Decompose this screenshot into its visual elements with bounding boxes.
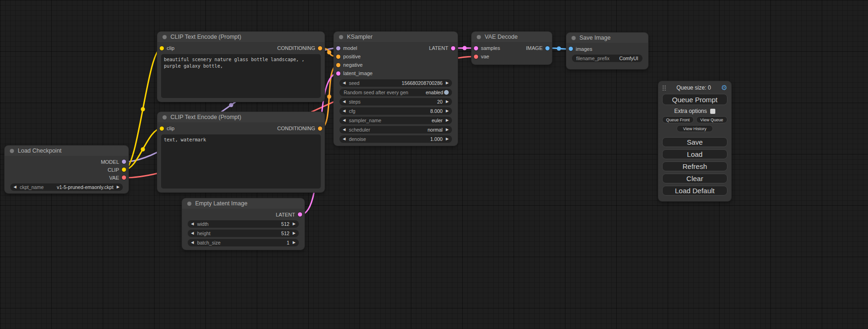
widget-height[interactable]: ◀ height 512 ▶ [188, 230, 299, 237]
collapse-dot[interactable] [187, 202, 191, 206]
widget-filename-prefix[interactable]: filename_prefix ComfyUI [572, 55, 642, 62]
load-button[interactable]: Load [662, 149, 727, 159]
widget-value: v1-5-pruned-emaonly.ckpt [57, 184, 113, 190]
widget-name: denoise [349, 136, 366, 142]
toggle-indicator-icon[interactable] [444, 90, 449, 95]
input-port-images[interactable] [569, 47, 573, 51]
output-port-conditioning[interactable] [318, 126, 322, 131]
extra-options-label: Extra options [674, 108, 707, 114]
widget-name: Random seed after every gen [344, 90, 408, 95]
output-row: MODEL [5, 158, 128, 166]
increment-arrow-icon[interactable]: ▶ [117, 185, 120, 189]
save-button[interactable]: Save [662, 137, 727, 147]
decrement-arrow-icon[interactable]: ◀ [343, 128, 346, 132]
output-port-latent[interactable] [298, 212, 302, 217]
increment-arrow-icon[interactable]: ▶ [446, 128, 449, 132]
node-clip-text-encode-negative[interactable]: CLIP Text Encode (Prompt) clip CONDITION… [157, 112, 325, 192]
port-label: samples [481, 45, 500, 51]
increment-arrow-icon[interactable]: ▶ [293, 241, 296, 245]
collapse-dot[interactable] [339, 35, 343, 39]
clear-button[interactable]: Clear [662, 174, 727, 183]
output-port-clip[interactable] [122, 168, 126, 172]
widget-random-seed-toggle[interactable]: Random seed after every gen enabled [339, 89, 452, 96]
collapse-dot[interactable] [162, 115, 167, 119]
widget-steps[interactable]: ◀ steps 20 ▶ [339, 98, 452, 105]
settings-gear-icon[interactable]: ⚙ [721, 84, 727, 91]
increment-arrow-icon[interactable]: ▶ [446, 109, 449, 113]
decrement-arrow-icon[interactable]: ◀ [191, 222, 194, 226]
collapse-dot[interactable] [572, 36, 576, 40]
queue-prompt-button[interactable]: Queue Prompt [662, 94, 727, 105]
output-port-image[interactable] [545, 46, 550, 50]
widget-cfg[interactable]: ◀ cfg 8.000 ▶ [339, 107, 452, 115]
widget-sampler-name[interactable]: ◀ sampler_name euler ▶ [339, 117, 452, 124]
node-title-bar[interactable]: Save Image [566, 33, 648, 43]
node-title-bar[interactable]: CLIP Text Encode (Prompt) [157, 32, 325, 42]
view-queue-button[interactable]: View Queue [696, 116, 728, 123]
port-label: IMAGE [526, 45, 543, 51]
node-save-image[interactable]: Save Image images filename_prefix ComfyU… [566, 33, 648, 69]
output-port-model[interactable] [122, 160, 126, 164]
port-label: negative [343, 62, 363, 68]
increment-arrow-icon[interactable]: ▶ [446, 137, 449, 141]
widget-ckpt-name[interactable]: ◀ ckpt_name v1-5-pruned-emaonly.ckpt ▶ [10, 183, 123, 191]
node-title-bar[interactable]: Load Checkpoint [5, 146, 128, 156]
port-label: latent_image [343, 70, 373, 76]
positive-prompt-textarea[interactable]: beautiful scenery nature glass bottle la… [161, 54, 321, 98]
node-empty-latent-image[interactable]: Empty Latent Image LATENT ◀ width 512 ▶ … [182, 198, 304, 250]
node-clip-text-encode-positive[interactable]: CLIP Text Encode (Prompt) clip CONDITION… [157, 32, 325, 102]
decrement-arrow-icon[interactable]: ◀ [343, 137, 346, 141]
input-port-clip[interactable] [160, 46, 164, 50]
output-port-conditioning[interactable] [318, 46, 322, 50]
increment-arrow-icon[interactable]: ▶ [446, 81, 449, 85]
load-default-button[interactable]: Load Default [662, 186, 727, 196]
decrement-arrow-icon[interactable]: ◀ [191, 231, 194, 235]
decrement-arrow-icon[interactable]: ◀ [191, 241, 194, 245]
increment-arrow-icon[interactable]: ▶ [446, 100, 449, 104]
node-vae-decode[interactable]: VAE Decode samples IMAGE vae [472, 32, 552, 64]
decrement-arrow-icon[interactable]: ◀ [343, 109, 346, 113]
decrement-arrow-icon[interactable]: ◀ [343, 81, 346, 85]
widget-denoise[interactable]: ◀ denoise 1.000 ▶ [339, 135, 452, 143]
collapse-dot[interactable] [162, 35, 167, 39]
decrement-arrow-icon[interactable]: ◀ [343, 100, 346, 104]
input-port-clip[interactable] [160, 126, 164, 131]
collapse-dot[interactable] [10, 149, 14, 153]
node-load-checkpoint[interactable]: Load Checkpoint MODEL CLIP VAE [5, 146, 128, 193]
increment-arrow-icon[interactable]: ▶ [293, 222, 296, 226]
widget-value: 1 [287, 240, 289, 245]
widget-batch-size[interactable]: ◀ batch_size 1 ▶ [188, 239, 299, 246]
node-ksampler[interactable]: KSampler model LATENT positive [334, 32, 458, 146]
collapse-dot[interactable] [477, 35, 481, 39]
widget-width[interactable]: ◀ width 512 ▶ [188, 220, 299, 228]
input-port-vae[interactable] [474, 55, 478, 59]
input-port-latent-image[interactable] [336, 71, 340, 76]
node-title-bar[interactable]: KSampler [334, 32, 458, 42]
port-label: LATENT [429, 45, 448, 51]
node-title-bar[interactable]: CLIP Text Encode (Prompt) [157, 112, 325, 122]
refresh-button[interactable]: Refresh [662, 161, 727, 171]
queue-front-button[interactable]: Queue Front [662, 116, 694, 123]
io-row: positive [334, 52, 458, 61]
extra-options-checkbox[interactable] [710, 109, 715, 114]
output-port-vae[interactable] [122, 175, 126, 180]
input-port-model[interactable] [336, 46, 340, 50]
graph-canvas[interactable]: Load Checkpoint MODEL CLIP VAE [0, 0, 868, 329]
io-row: clip CONDITIONING [157, 124, 325, 133]
node-title-bar[interactable]: Empty Latent Image [182, 198, 304, 209]
increment-arrow-icon[interactable]: ▶ [446, 119, 449, 122]
node-title: VAE Decode [485, 34, 518, 40]
decrement-arrow-icon[interactable]: ◀ [343, 119, 346, 122]
output-port-latent[interactable] [451, 46, 455, 50]
node-title-bar[interactable]: VAE Decode [472, 32, 552, 42]
widget-seed[interactable]: ◀ seed 156680208700286 ▶ [339, 79, 452, 87]
decrement-arrow-icon[interactable]: ◀ [14, 185, 16, 189]
input-port-samples[interactable] [474, 46, 478, 50]
increment-arrow-icon[interactable]: ▶ [293, 231, 296, 235]
view-history-button[interactable]: View History [677, 125, 713, 132]
widget-scheduler[interactable]: ◀ scheduler normal ▶ [339, 126, 452, 133]
drag-handle-icon[interactable] [662, 84, 666, 91]
input-port-positive[interactable] [336, 55, 340, 59]
input-port-negative[interactable] [336, 63, 340, 67]
negative-prompt-textarea[interactable]: text, watermark [161, 134, 321, 189]
